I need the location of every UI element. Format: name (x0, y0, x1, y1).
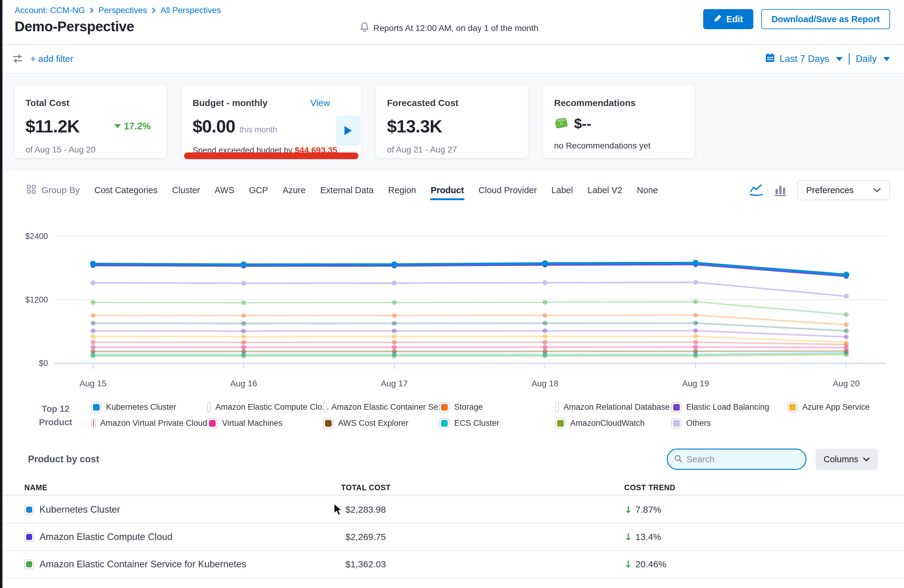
total-cost-card: Total Cost $11.2K 17.2% of Aug 15 - Aug … (14, 85, 166, 158)
tab-gcp[interactable]: GCP (248, 181, 269, 199)
recommendations-value: $-- (574, 115, 591, 132)
arrow-down-icon: ↓ (624, 531, 632, 543)
legend-item-amazoncloudwatch[interactable]: AmazonCloudWatch (555, 417, 671, 429)
header-actions: Edit Download/Save as Report (703, 9, 890, 29)
group-by-label: Group By (26, 184, 80, 196)
preferences-dropdown[interactable]: Preferences (797, 180, 890, 200)
tab-label-v2[interactable]: Label V2 (587, 181, 623, 199)
svg-text:Aug 18: Aug 18 (532, 379, 559, 388)
budget-expand-button[interactable] (336, 115, 360, 146)
legend-item-amazon-virtual-private-cloud[interactable]: Amazon Virtual Private Cloud (91, 417, 207, 429)
bar-chart-icon[interactable] (774, 183, 787, 197)
row-cost-trend: ↓20.46% (624, 558, 904, 570)
search-input[interactable] (686, 454, 801, 465)
legend-item-kubernetes-cluster[interactable]: Kubernetes Cluster (91, 401, 207, 413)
breadcrumb-perspectives-link[interactable]: Perspectives (98, 5, 147, 15)
chevron-down-icon (873, 188, 881, 193)
table-row-amazon-elastic-compute-cloud[interactable]: Amazon Elastic Compute Cloud$2,269.75↓13… (0, 523, 904, 551)
legend-color-chip (207, 402, 211, 413)
tab-none[interactable]: None (636, 181, 659, 199)
budget-title: Budget - monthly (193, 98, 268, 108)
granularity-dropdown[interactable]: Daily (856, 54, 890, 65)
granularity-label: Daily (856, 54, 877, 65)
legend-item-label: Elastic Load Balancing (686, 402, 769, 412)
download-button-label: Download/Save as Report (771, 14, 880, 24)
row-name-cell: Kubernetes Cluster (24, 504, 341, 515)
column-header-total-cost[interactable]: TOTAL COST (341, 483, 624, 492)
chart-controls: Preferences (749, 180, 890, 200)
table-row-amazon-elastic-container-service-for-kubernetes[interactable]: Amazon Elastic Container Service for Kub… (0, 551, 904, 578)
edit-button[interactable]: Edit (703, 9, 753, 29)
legend-group-label: Top 12 Product (27, 401, 84, 429)
svg-text:Aug 17: Aug 17 (381, 379, 408, 388)
legend-item-others[interactable]: Others (671, 417, 787, 429)
filter-sliders-icon[interactable] (9, 51, 26, 68)
tab-cloud-provider[interactable]: Cloud Provider (478, 181, 537, 199)
time-controls: Last 7 Days Daily (765, 52, 890, 65)
table-header-row: NAME TOTAL COST COST TREND (0, 481, 904, 496)
legend-color-chip (555, 402, 559, 413)
legend-item-storage[interactable]: Storage (439, 401, 555, 413)
column-header-name[interactable]: NAME (24, 483, 341, 492)
download-save-report-button[interactable]: Download/Save as Report (761, 9, 890, 29)
play-arrow-icon (345, 126, 352, 135)
divider (849, 53, 850, 65)
legend-item-amazon-elastic-compute-clo[interactable]: Amazon Elastic Compute Clo... (207, 401, 323, 413)
legend-item-label: Storage (454, 402, 483, 412)
legend-group-label-line2: Product (27, 416, 84, 429)
legend-item-amazon-elastic-container-se[interactable]: Amazon Elastic Container Se... (323, 401, 439, 413)
tab-azure[interactable]: Azure (282, 181, 306, 199)
line-chart-icon[interactable] (749, 183, 764, 197)
table-body: Kubernetes Cluster$2,283.98↓7.87%Amazon … (0, 496, 904, 578)
row-product-name: Kubernetes Cluster (40, 504, 120, 515)
tab-external-data[interactable]: External Data (319, 181, 374, 199)
legend-item-label: AmazonCloudWatch (570, 419, 645, 428)
legend-item-label: Others (686, 419, 711, 428)
breadcrumb-all-perspectives-link[interactable]: All Perspectives (160, 5, 221, 15)
legend-item-virtual-machines[interactable]: Virtual Machines (207, 417, 323, 429)
add-filter-button[interactable]: + add filter (30, 54, 73, 64)
legend-item-label: Virtual Machines (222, 419, 283, 428)
forecasted-cost-card: Forecasted Cost $13.3K of Aug 21 - Aug 2… (376, 85, 528, 158)
row-color-swatch (24, 560, 34, 569)
table-section-title: Product by cost (28, 454, 99, 465)
svg-text:Aug 15: Aug 15 (80, 379, 107, 388)
tab-cluster[interactable]: Cluster (172, 181, 201, 199)
legend-item-ecs-cluster[interactable]: ECS Cluster (439, 417, 555, 429)
row-color-swatch (24, 505, 34, 514)
triangle-down-icon (114, 124, 121, 128)
forecasted-cost-title: Forecasted Cost (387, 98, 458, 108)
group-by-tabs: Cost CategoriesClusterAWSGCPAzureExterna… (94, 181, 659, 199)
group-by-row: Group By Cost CategoriesClusterAWSGCPAzu… (0, 171, 904, 210)
legend-item-amazon-relational-database[interactable]: Amazon Relational Database ... (555, 401, 671, 413)
perspective-page: Account: CCM-NG Perspectives All Perspec… (0, 0, 904, 588)
legend-color-chip (787, 402, 798, 413)
row-color-swatch (24, 532, 34, 542)
arrow-down-icon: ↓ (624, 558, 632, 570)
budget-view-link[interactable]: View (310, 98, 330, 108)
tab-product[interactable]: Product (430, 181, 465, 199)
row-total-cost: $2,283.98 (341, 504, 624, 515)
legend-item-elastic-load-balancing[interactable]: Elastic Load Balancing (671, 401, 787, 413)
legend-color-chip (671, 418, 682, 428)
legend-item-aws-cost-explorer[interactable]: AWS Cost Explorer (323, 417, 439, 429)
tab-aws[interactable]: AWS (214, 181, 235, 199)
breadcrumb-account-link[interactable]: Account: CCM-NG (14, 5, 85, 15)
forecasted-cost-value: $13.3K (387, 116, 442, 136)
table-toolbar: Product by cost Columns (0, 448, 904, 470)
total-cost-period: of Aug 15 - Aug 20 (25, 145, 155, 155)
recommendations-card: Recommendations $-- no Recommendations y… (543, 85, 695, 158)
tab-cost-categories[interactable]: Cost Categories (94, 181, 158, 199)
tab-region[interactable]: Region (387, 181, 417, 199)
legend-item-label: Kubernetes Cluster (106, 402, 176, 412)
row-product-name: Amazon Elastic Compute Cloud (40, 531, 172, 542)
tab-label[interactable]: Label (551, 181, 574, 199)
reports-schedule: Reports At 12:00 AM, on day 1 of the mon… (360, 22, 538, 34)
recommendations-title: Recommendations (554, 98, 635, 108)
column-header-cost-trend[interactable]: COST TREND (624, 483, 904, 492)
columns-dropdown[interactable]: Columns (815, 449, 878, 470)
table-row-kubernetes-cluster[interactable]: Kubernetes Cluster$2,283.98↓7.87% (0, 496, 904, 523)
legend-item-azure-app-service[interactable]: Azure App Service (787, 401, 903, 413)
budget-value-suffix: this month (239, 125, 277, 136)
time-range-dropdown[interactable]: Last 7 Days (765, 52, 842, 65)
